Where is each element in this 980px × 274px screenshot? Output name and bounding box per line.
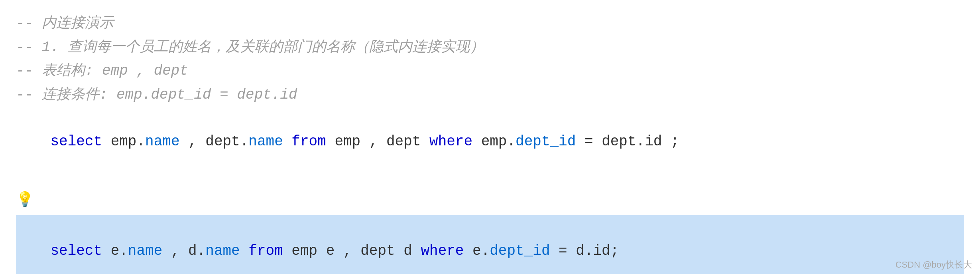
- bulb-line: 💡: [16, 189, 964, 212]
- sql-text-1: emp.: [102, 133, 145, 150]
- comment-line-4: -- 连接条件: emp.dept_id = dept.id: [16, 83, 964, 107]
- sql-line-1: select emp.name , dept.name from emp , d…: [16, 107, 964, 176]
- code-container: -- 内连接演示 -- 1. 查询每一个员工的姓名，及关联的部门的名称（隐式内连…: [0, 0, 980, 274]
- dept-name-1: name: [248, 133, 283, 150]
- sql-text-6: = dept.id ;: [576, 133, 679, 150]
- comment-line-3: -- 表结构: emp , dept: [16, 60, 964, 83]
- sql-line-2-highlighted: select e.name , d.name from emp e , dept…: [16, 215, 964, 274]
- sql-text-4: emp , dept: [326, 133, 429, 150]
- watermark: CSDN @boy快长大: [895, 259, 972, 271]
- sql-text-9: [240, 243, 249, 259]
- emp-dept-id-1: dept_id: [516, 133, 576, 150]
- emp-name-1: name: [145, 133, 179, 150]
- d-name-1: name: [205, 243, 240, 259]
- sql-text-5: emp.: [472, 133, 516, 150]
- keyword-where-2: where: [421, 243, 464, 259]
- spacer: [16, 177, 964, 185]
- keyword-from-2: from: [248, 243, 283, 259]
- keyword-from-1: from: [291, 133, 326, 150]
- bulb-icon: 💡: [16, 192, 34, 208]
- comment-line-1: -- 内连接演示: [16, 12, 964, 35]
- sql-text-2: , dept.: [180, 133, 249, 150]
- keyword-select-1: select: [50, 133, 102, 150]
- sql-text-3: [283, 133, 292, 150]
- sql-text-10: emp e , dept d: [283, 243, 421, 259]
- keyword-select-2: select: [50, 243, 102, 259]
- e-name-1: name: [128, 243, 162, 259]
- sql-text-8: , d.: [162, 243, 205, 259]
- keyword-where-1: where: [429, 133, 472, 150]
- e-dept-id-1: dept_id: [490, 243, 550, 259]
- sql-text-7: e.: [102, 243, 128, 259]
- sql-text-12: = d.id;: [550, 243, 619, 259]
- sql-text-11: e.: [464, 243, 490, 259]
- comment-line-2: -- 1. 查询每一个员工的姓名，及关联的部门的名称（隐式内连接实现）: [16, 36, 964, 59]
